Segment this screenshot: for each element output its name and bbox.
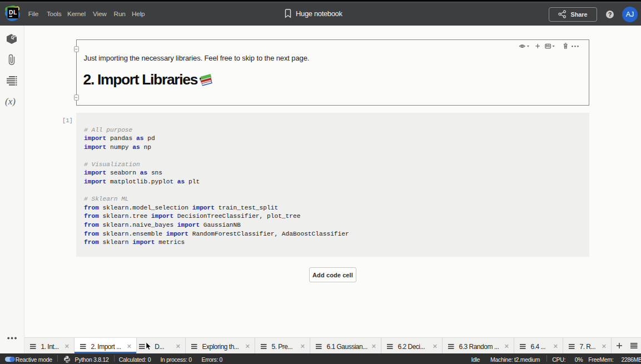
svg-text:DL: DL [9,9,17,16]
